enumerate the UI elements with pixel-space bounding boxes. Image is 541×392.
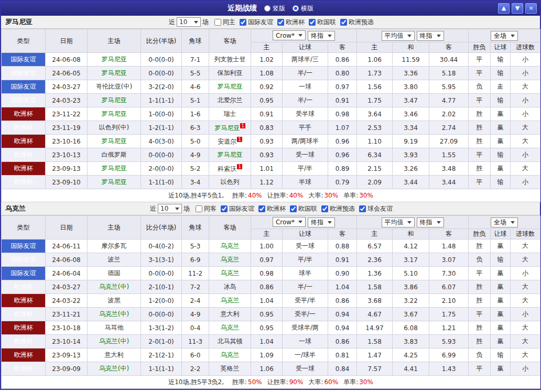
home-team-cell: 波兰 bbox=[88, 253, 141, 267]
corner-cell: 2-4 bbox=[182, 294, 209, 308]
match-row: 欧洲杯23-10-18马耳他1-3(1-2)0-4乌克兰0.95受球半/两0.9… bbox=[2, 321, 540, 335]
match-count-select[interactable]: 10 bbox=[158, 204, 182, 213]
results-table: 类型日期主场比分(半场)角球客场Crow*终指平均值终指全场主让球客主和客胜负让… bbox=[1, 29, 540, 202]
league-filter-checkbox-input[interactable] bbox=[221, 205, 228, 212]
away-team-cell[interactable]: 乌克兰 bbox=[209, 267, 251, 280]
column-header: 角球 bbox=[182, 216, 209, 239]
league-filter-checkbox-input[interactable] bbox=[258, 205, 265, 212]
same-venue-checkbox-input[interactable] bbox=[196, 205, 202, 212]
away-team-cell[interactable]: 乌克兰 bbox=[209, 321, 251, 335]
home-team-cell[interactable]: 乌克兰(中) bbox=[88, 308, 141, 321]
home-team-cell[interactable]: 罗马尼亚 bbox=[88, 162, 141, 176]
home-team-cell[interactable]: 乌克兰(中) bbox=[88, 335, 141, 349]
league-filter-checkbox-input[interactable] bbox=[309, 19, 316, 26]
column-header: 客场 bbox=[209, 216, 251, 239]
europe-away-odds-cell: 3.07 bbox=[429, 253, 469, 267]
league-filter-checkbox-input[interactable] bbox=[321, 205, 328, 212]
fullmatch-select[interactable]: 全场 bbox=[491, 217, 518, 227]
scroll-up-button[interactable]: ▲ bbox=[498, 3, 510, 14]
away-team-cell[interactable]: 罗马尼亚 bbox=[209, 80, 251, 94]
home-team-cell[interactable]: 罗马尼亚 bbox=[88, 107, 141, 121]
league-filter-checkbox[interactable]: 欧国联 bbox=[309, 18, 336, 27]
handicap-line-cell: 半/一 bbox=[283, 280, 328, 294]
league-filter-checkbox[interactable]: 欧洲预选 bbox=[321, 204, 355, 213]
league-filter-checkbox-label: 国际友谊 bbox=[229, 204, 254, 213]
sub-column-header: 让球 bbox=[491, 229, 511, 239]
league-filter-checkbox[interactable]: 欧国联 bbox=[290, 204, 317, 213]
league-filter-checkbox-label: 欧洲杯 bbox=[267, 204, 286, 213]
summary-stat-label: 大率: bbox=[308, 192, 323, 199]
corner-cell: 6-9 bbox=[182, 253, 209, 267]
league-filter-checkbox-input[interactable] bbox=[277, 19, 284, 26]
summary-stat-value: 40% bbox=[248, 192, 262, 199]
home-team-name: 罗马尼亚 bbox=[102, 165, 127, 172]
home-team-cell[interactable]: 罗马尼亚 bbox=[88, 135, 141, 148]
handicap-line-cell: 半/一 bbox=[283, 94, 328, 107]
layout-option-horizontal[interactable]: 横版 bbox=[293, 4, 313, 13]
close-button[interactable]: × bbox=[525, 3, 537, 14]
same-venue-checkbox[interactable]: 同客 bbox=[196, 204, 217, 213]
dropdown-arrow-icon bbox=[407, 221, 412, 224]
winloss-result-cell: 平 bbox=[469, 176, 491, 189]
goals-result-cell: 大 bbox=[511, 335, 540, 349]
final-odds-select-value: 终指 bbox=[311, 31, 323, 40]
league-filter-checkbox[interactable]: 欧洲预选 bbox=[340, 18, 374, 27]
average-select[interactable]: 平均值 bbox=[382, 31, 415, 41]
home-team-cell[interactable]: 罗马尼亚 bbox=[88, 67, 141, 80]
away-team-cell[interactable]: 乌克兰 bbox=[209, 253, 251, 267]
away-team-cell: 安道尔1 bbox=[209, 135, 251, 148]
corner-cell: 5-0 bbox=[182, 135, 209, 148]
final-odds-select[interactable]: 终指 bbox=[417, 217, 444, 227]
layout-option-vertical[interactable]: 竖版 bbox=[264, 4, 285, 13]
home-team-cell[interactable]: 罗马尼亚 bbox=[88, 53, 141, 67]
match-row: 欧洲杯24-03-27乌克兰(中)2-1(0-1)7-2冰岛0.86半/一1.0… bbox=[2, 280, 540, 294]
winloss-result-cell: 负 bbox=[469, 80, 491, 94]
league-filter-checkbox[interactable]: 国际友谊 bbox=[221, 204, 254, 213]
home-team-name: 马耳他 bbox=[105, 324, 124, 331]
fullmatch-select[interactable]: 全场 bbox=[491, 31, 518, 41]
league-filter-checkbox[interactable]: 国际友谊 bbox=[240, 18, 273, 27]
dropdown-arrow-icon bbox=[328, 35, 332, 37]
handicap-away-odds-cell: 0.79 bbox=[328, 176, 357, 189]
winloss-result-cell: 平 bbox=[469, 94, 491, 107]
home-team-cell[interactable]: 罗马尼亚 bbox=[88, 94, 141, 107]
home-team-cell[interactable]: 乌克兰(中) bbox=[88, 362, 141, 376]
league-filter-checkbox[interactable]: 球会友谊 bbox=[359, 204, 393, 213]
away-team-cell[interactable]: 罗马尼亚1 bbox=[209, 121, 251, 135]
league-filter-checkbox[interactable]: 欧洲杯 bbox=[277, 18, 305, 27]
score-cell: 2-1(0-1) bbox=[141, 280, 182, 294]
final-odds-select[interactable]: 终指 bbox=[417, 31, 444, 41]
average-select[interactable]: 平均值 bbox=[382, 217, 415, 227]
handicap-result-cell: 输 bbox=[491, 67, 511, 80]
league-filter-checkbox-input[interactable] bbox=[290, 205, 297, 212]
home-team-cell[interactable]: 乌克兰(中) bbox=[88, 280, 141, 294]
europe-home-odds-cell: 1.56 bbox=[357, 80, 393, 94]
same-venue-checkbox[interactable]: 同主 bbox=[214, 18, 235, 27]
score-cell: 1-1(1-1) bbox=[141, 362, 182, 376]
match-count-select[interactable]: 10 bbox=[177, 17, 201, 27]
bookmaker-select[interactable]: Crow* bbox=[273, 30, 306, 40]
away-team-cell[interactable]: 乌克兰 bbox=[209, 349, 251, 362]
final-odds-select[interactable]: 终指 bbox=[308, 31, 335, 41]
away-team-cell[interactable]: 乌克兰 bbox=[209, 294, 251, 308]
same-venue-checkbox-input[interactable] bbox=[214, 19, 221, 26]
home-team-cell[interactable]: 罗马尼亚 bbox=[88, 176, 141, 189]
handicap-line-cell: 一/球半 bbox=[283, 349, 328, 362]
score-cell: 2-1(2-1) bbox=[141, 349, 182, 362]
away-team-name: 科索沃 bbox=[218, 165, 236, 172]
scroll-down-button[interactable]: ▼ bbox=[512, 3, 523, 14]
away-team-cell[interactable]: 罗马尼亚 bbox=[209, 148, 251, 162]
final-odds-select[interactable]: 终指 bbox=[308, 217, 335, 227]
league-filter-checkbox-input[interactable] bbox=[359, 205, 366, 212]
match-row: 欧洲杯23-10-13白俄罗斯0-0(0-0)4-9罗马尼亚0.93受一球0.9… bbox=[2, 148, 540, 162]
league-filter-checkbox-input[interactable] bbox=[340, 19, 347, 26]
team-name: 乌克兰 bbox=[1, 204, 26, 213]
away-team-cell[interactable]: 乌克兰 bbox=[209, 239, 251, 253]
europe-away-odds-cell: 3.44 bbox=[429, 176, 469, 189]
league-filter-checkbox[interactable]: 欧洲杯 bbox=[258, 204, 286, 213]
league-filter-checkbox-input[interactable] bbox=[240, 19, 246, 26]
bookmaker-select[interactable]: Crow* bbox=[273, 217, 306, 227]
away-team-cell: 保加利亚 bbox=[209, 67, 251, 80]
match-row: 国际友谊24-06-04德国0-0(0-0)11-2乌克兰0.98球半0.901… bbox=[2, 267, 540, 280]
europe-odds-header: 平均值终指 bbox=[357, 216, 469, 229]
